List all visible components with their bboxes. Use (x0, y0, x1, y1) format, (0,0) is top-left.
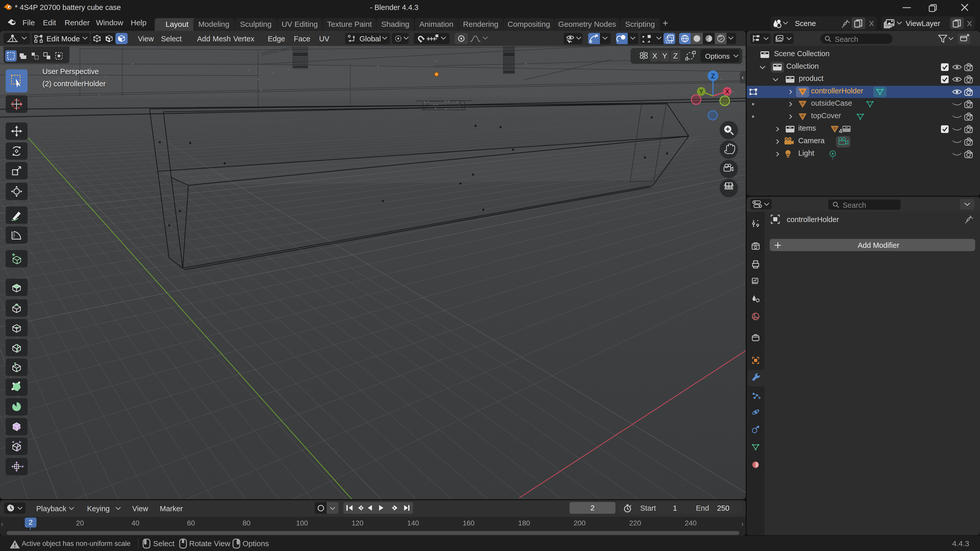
svg-text:4: 4 (839, 128, 842, 135)
svg-text:Z: Z (711, 72, 715, 80)
svg-text:Y: Y (699, 88, 703, 95)
svg-text:X: X (725, 88, 729, 95)
